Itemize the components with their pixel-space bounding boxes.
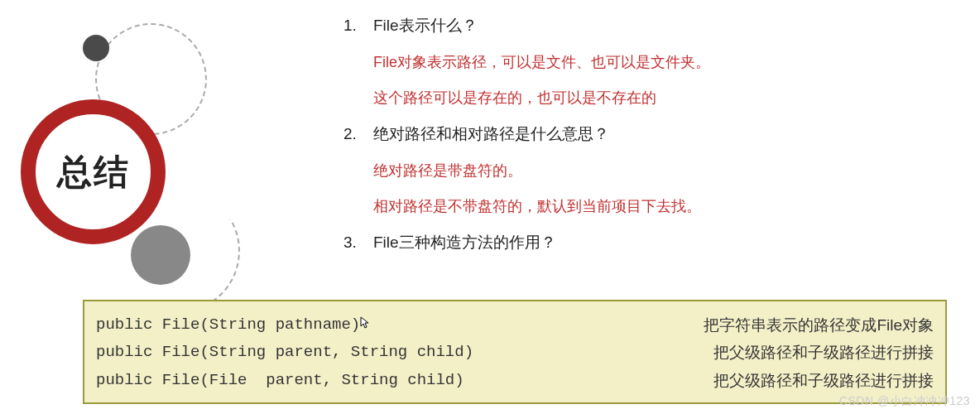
question-row: 3.File三种构造方法的作用？ (343, 232, 923, 254)
cursor-icon (360, 316, 370, 330)
code-signature: public File(String pathname) (96, 311, 370, 339)
gray-ball-decor (131, 225, 190, 285)
code-description: 把父级路径和子级路径进行拼接 (713, 367, 934, 394)
code-row: public File(String parent, String child)… (96, 339, 934, 366)
question-text: 绝对路径和相对路径是什么意思？ (373, 125, 609, 142)
code-table: public File(String pathname) 把字符串表示的路径变成… (83, 300, 947, 404)
code-description: 把父级路径和子级路径进行拼接 (713, 339, 934, 366)
answer-text: 这个路径可以是存在的，也可以是不存在的 (373, 88, 923, 108)
summary-badge-ring: 总结 (21, 99, 166, 244)
question-number: 3. (343, 232, 373, 254)
watermark-text: CSDN @小白冲冲冲123 (839, 394, 970, 409)
summary-badge-label: 总结 (57, 149, 130, 195)
question-row: 2.绝对路径和相对路径是什么意思？ (343, 123, 923, 146)
answer-text: 绝对路径是带盘符的。 (373, 161, 923, 181)
answer-text: 相对路径是不带盘符的，默认到当前项目下去找。 (373, 196, 923, 217)
question-text: File三种构造方法的作用？ (373, 233, 556, 251)
code-row: public File(File parent, String child) 把… (96, 367, 934, 394)
question-text: File表示什么？ (373, 17, 478, 34)
code-signature: public File(File parent, String child) (96, 367, 464, 394)
small-dark-dot-decor (83, 35, 109, 61)
question-number: 2. (343, 123, 373, 146)
question-row: 1.File表示什么？ (343, 15, 923, 37)
question-number: 1. (343, 15, 373, 37)
code-row: public File(String pathname) 把字符串表示的路径变成… (96, 311, 934, 339)
code-signature: public File(String parent, String child) (96, 339, 473, 366)
answer-text: File对象表示路径，可以是文件、也可以是文件夹。 (373, 52, 923, 73)
content-area: 1.File表示什么？ File对象表示路径，可以是文件、也可以是文件夹。 这个… (343, 15, 923, 269)
code-description: 把字符串表示的路径变成File对象 (704, 311, 934, 339)
